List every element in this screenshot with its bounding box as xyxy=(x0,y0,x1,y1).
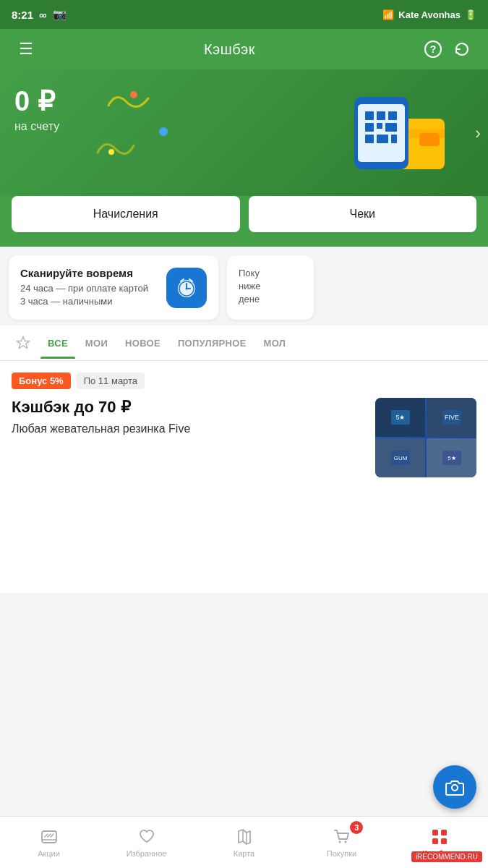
tip-title: Сканируйте вовремя xyxy=(20,267,148,279)
tab-more[interactable]: МОЛ xyxy=(257,328,294,359)
tab-mine[interactable]: МОИ xyxy=(78,328,115,359)
tip-line1: 24 часа — при оплате картой xyxy=(20,282,148,295)
svg-rect-42 xyxy=(432,830,438,835)
svg-text:?: ? xyxy=(430,43,437,55)
svg-point-40 xyxy=(338,841,341,843)
star-icon xyxy=(15,335,31,351)
receipts-button[interactable]: Чеки xyxy=(249,196,477,232)
status-battery: 🔋 xyxy=(465,9,476,20)
app-header: ☰ Кэшбэк ? xyxy=(0,29,488,69)
svg-rect-7 xyxy=(365,111,374,120)
hamburger-icon: ☰ xyxy=(19,40,33,59)
nav-label-map: Карта xyxy=(234,849,254,858)
cashback-grid-icon xyxy=(430,827,449,846)
page-title: Кэшбэк xyxy=(40,41,419,58)
tab-all[interactable]: ВСЕ xyxy=(40,328,75,359)
svg-rect-43 xyxy=(441,830,447,835)
tip-partial-line3: дене xyxy=(239,293,302,306)
svg-rect-45 xyxy=(441,838,447,844)
squiggle-decor xyxy=(101,84,159,120)
filter-tabs: ВСЕ МОИ НОВОЕ ПОПУЛЯРНОЕ МОЛ xyxy=(0,326,488,361)
hero-illustration xyxy=(343,82,459,184)
offer-image-grid: 5★ FIVE GUM xyxy=(375,398,476,477)
tips-row: Сканируйте вовремя 24 часа — при оплате … xyxy=(0,247,488,326)
tab-more-label: МОЛ xyxy=(264,338,286,349)
nav-item-favorites[interactable]: Избранное xyxy=(98,817,195,868)
status-wifi: 📶 xyxy=(382,9,394,20)
svg-rect-11 xyxy=(377,123,382,129)
tab-all-label: ВСЕ xyxy=(48,338,68,349)
watermark: iRECOMMEND.RU xyxy=(411,851,482,862)
bonus-tag: Бонус 5% xyxy=(12,373,71,389)
tip-card-text: Сканируйте вовремя 24 часа — при оплате … xyxy=(20,267,148,308)
status-time: 8:21 xyxy=(12,9,33,21)
svg-rect-4 xyxy=(419,133,440,146)
action-buttons-row: Начисления Чеки xyxy=(0,196,488,247)
camera-icon xyxy=(445,777,465,797)
svg-line-33 xyxy=(45,834,48,837)
offer-section: Бонус 5% По 11 марта Кэшбэк до 70 ₽ Люба… xyxy=(0,361,488,593)
nav-label-promotions: Акции xyxy=(38,849,60,858)
tip-partial-line1: Поку xyxy=(239,267,302,280)
alarm-clock-icon xyxy=(175,276,198,299)
refresh-icon xyxy=(453,41,471,58)
purchases-badge: 3 xyxy=(350,821,363,834)
svg-text:5★: 5★ xyxy=(395,414,405,421)
svg-marker-37 xyxy=(239,830,250,844)
tab-popular-label: ПОПУЛЯРНОЕ xyxy=(178,338,247,349)
offer-card[interactable]: Кэшбэк до 70 ₽ Любая жевательная резинка… xyxy=(12,398,476,477)
tip-clock-icon-box xyxy=(166,268,207,308)
svg-rect-12 xyxy=(385,123,397,132)
svg-rect-8 xyxy=(377,111,385,120)
offer-title: Кэшбэк до 70 ₽ xyxy=(12,398,190,417)
status-left: 8:21 ∞ 📷 xyxy=(12,8,67,21)
hero-next-arrow[interactable]: › xyxy=(475,123,481,143)
svg-rect-14 xyxy=(377,135,388,143)
svg-rect-32 xyxy=(42,831,56,843)
nav-label-favorites: Избранное xyxy=(127,849,167,858)
map-icon xyxy=(235,827,254,846)
cart-icon xyxy=(333,827,351,846)
help-circle-icon: ? xyxy=(424,40,442,59)
svg-point-31 xyxy=(452,785,458,791)
dec-dot-2 xyxy=(159,127,168,136)
favorites-star-button[interactable] xyxy=(9,326,38,360)
offer-img-4: 5★ xyxy=(427,438,476,477)
offer-card-text: Кэшбэк до 70 ₽ Любая жевательная резинка… xyxy=(12,398,190,437)
svg-rect-9 xyxy=(388,111,397,120)
status-bar: 8:21 ∞ 📷 📶 Kate Avonhas 🔋 xyxy=(0,0,488,29)
svg-line-34 xyxy=(48,834,51,837)
tip-card-partial: Поку ниже дене xyxy=(227,255,314,320)
svg-point-41 xyxy=(344,841,346,843)
status-right: 📶 Kate Avonhas 🔋 xyxy=(382,9,476,20)
promotions-icon xyxy=(40,827,59,846)
date-tag: По 11 марта xyxy=(77,373,145,389)
tab-popular[interactable]: ПОПУЛЯРНОЕ xyxy=(171,328,254,359)
tip-card-scan: Сканируйте вовремя 24 часа — при оплате … xyxy=(9,255,218,320)
svg-text:FIVE: FIVE xyxy=(444,414,458,421)
status-signal: ∞ xyxy=(39,9,47,21)
squiggle-decor2 xyxy=(94,135,137,163)
help-button[interactable]: ? xyxy=(419,35,448,64)
hero-banner: 0 ₽ на счету › xyxy=(0,69,488,196)
nav-item-purchases[interactable]: 3 Покупки xyxy=(293,817,390,868)
offer-img-3: GUM xyxy=(375,438,425,477)
tab-new[interactable]: НОВОЕ xyxy=(118,328,168,359)
accruals-button[interactable]: Начисления xyxy=(12,196,240,232)
svg-rect-15 xyxy=(391,135,397,143)
offer-img-2: FIVE xyxy=(427,398,476,437)
status-carrier: 📷 xyxy=(53,8,67,21)
offer-tags: Бонус 5% По 11 марта xyxy=(12,373,476,389)
svg-line-35 xyxy=(51,834,53,837)
svg-text:5★: 5★ xyxy=(448,455,455,461)
tab-new-label: НОВОЕ xyxy=(125,338,160,349)
tip-line2: 3 часа — наличными xyxy=(20,295,148,308)
svg-rect-10 xyxy=(365,123,374,132)
nav-item-map[interactable]: Карта xyxy=(195,817,293,868)
menu-icon[interactable]: ☰ xyxy=(12,35,40,64)
offer-img-1: 5★ xyxy=(375,398,425,437)
nav-item-promotions[interactable]: Акции xyxy=(0,817,98,868)
camera-fab-button[interactable] xyxy=(433,765,476,809)
svg-rect-44 xyxy=(432,838,438,844)
refresh-button[interactable] xyxy=(448,35,476,64)
